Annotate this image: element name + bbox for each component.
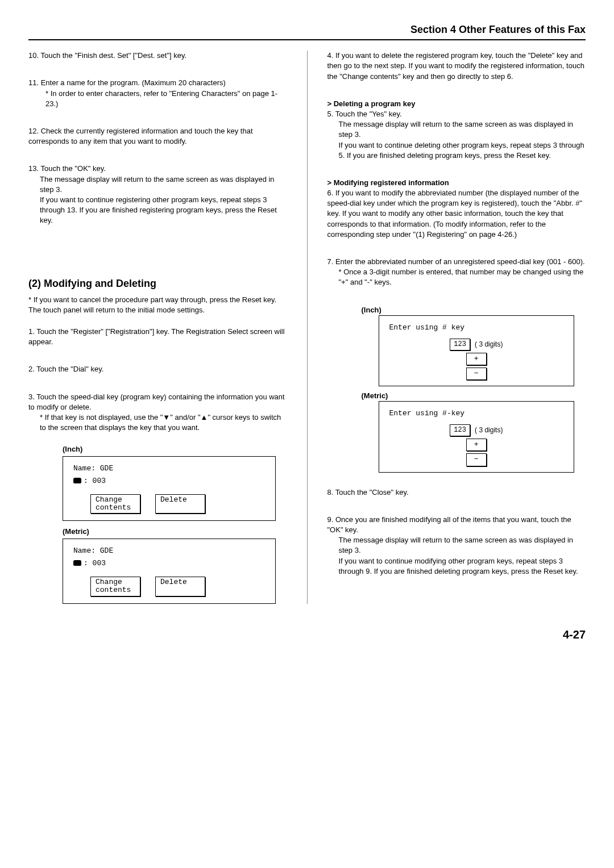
- number-box[interactable]: 123: [450, 424, 470, 436]
- panel2-metric: Enter using #-key 123 ( 3 digits) + −: [379, 401, 575, 472]
- digits-label: ( 3 digits): [475, 425, 503, 435]
- step-9b: The message display will return to the s…: [327, 535, 586, 556]
- mod-step-3a: 3. Touch the speed-dial key (program key…: [28, 392, 287, 412]
- subsection-title: (2) Modifying and Deleting: [28, 277, 287, 291]
- panel-inch: Name: GDE : 003 Change contents Delete: [63, 456, 276, 521]
- panel2-inch: Enter using # key 123 ( 3 digits) + −: [379, 315, 575, 386]
- page-number: 4-27: [28, 627, 586, 642]
- panel-name: Name: GDE: [73, 464, 265, 474]
- panel2-line-metric: Enter using #-key: [389, 408, 564, 419]
- minus-button[interactable]: −: [466, 453, 487, 466]
- subsection-note: * If you want to cancel the procedure pa…: [28, 295, 287, 315]
- step-10: 10. Touch the "Finish dest. Set" ["Dest.…: [28, 51, 287, 61]
- step-6: 6. If you want to modify the abbreviated…: [327, 188, 586, 240]
- step-5c: If you want to continue deleting other p…: [327, 140, 586, 161]
- plus-button[interactable]: +: [466, 439, 487, 451]
- panel-tel-text: : 003: [84, 477, 106, 485]
- phone-icon: [73, 560, 81, 566]
- mod-step-1: 1. Touch the "Register" ["Registration"]…: [28, 327, 287, 347]
- step-13: 13. Touch the "OK" key. The message disp…: [28, 164, 287, 226]
- panel-name-m: Name: GDE: [73, 546, 265, 556]
- panel2-metric-label: (Metric): [362, 391, 586, 401]
- digits-label: ( 3 digits): [475, 340, 503, 349]
- change-contents-button[interactable]: Change contents: [90, 494, 140, 514]
- panel-metric: Name: GDE : 003 Change contents Delete: [63, 539, 276, 604]
- step-7b: * Once a 3-digit number is entered, that…: [327, 267, 586, 287]
- mod-step-2: 2. Touch the "Dial" key.: [28, 364, 287, 374]
- column-divider: [307, 51, 308, 603]
- step-11-text: 11. Enter a name for the program. (Maxim…: [28, 78, 287, 88]
- step-11: 11. Enter a name for the program. (Maxim…: [28, 78, 287, 109]
- phone-icon: [73, 478, 81, 483]
- right-column: 4. If you want to delete the registered …: [327, 51, 586, 603]
- modifying-block: > Modifying registered information 6. If…: [327, 178, 586, 240]
- step-12: 12. Check the currently registered infor…: [28, 126, 287, 147]
- step-9c: If you want to continue modifying other …: [327, 556, 586, 577]
- delete-button[interactable]: Delete: [155, 577, 205, 596]
- change-contents-button[interactable]: Change contents: [90, 577, 140, 596]
- mod-step-3b: * If that key is not displayed, use the …: [28, 412, 287, 433]
- left-column: 10. Touch the "Finish dest. Set" ["Dest.…: [28, 51, 287, 603]
- deleting-block: > Deleting a program key 5. Touch the "Y…: [327, 99, 586, 161]
- step-7: 7. Enter the abbreviated number of an un…: [327, 257, 586, 288]
- plus-button[interactable]: +: [466, 353, 487, 365]
- step-7a: 7. Enter the abbreviated number of an un…: [327, 257, 586, 267]
- step-5b: The message display will return to the s…: [327, 119, 586, 140]
- section-header: Section 4 Other Features of this Fax: [28, 23, 586, 40]
- panel-metric-label: (Metric): [63, 527, 287, 537]
- step-9a: 9. Once you are finished modifying all o…: [327, 515, 586, 535]
- delete-button[interactable]: Delete: [155, 494, 205, 514]
- number-box[interactable]: 123: [450, 339, 470, 350]
- minus-button[interactable]: −: [466, 368, 487, 380]
- panel2-line-inch: Enter using # key: [389, 323, 564, 333]
- deleting-head: > Deleting a program key: [327, 99, 586, 109]
- step-8: 8. Touch the "Close" key.: [327, 487, 586, 498]
- step-9: 9. Once you are finished modifying all o…: [327, 515, 586, 577]
- panel-inch-label: (Inch): [63, 444, 287, 454]
- panel-tel-m: : 003: [73, 558, 265, 569]
- panel-tel: : 003: [73, 476, 265, 486]
- panel-tel-text-m: : 003: [84, 559, 106, 567]
- step-4: 4. If you want to delete the registered …: [327, 51, 586, 82]
- step-13c: If you want to continue registering othe…: [28, 195, 287, 226]
- step-5a: 5. Touch the "Yes" key.: [327, 109, 586, 119]
- step-13b: The message display will return to the s…: [28, 174, 287, 195]
- modifying-head: > Modifying registered information: [327, 178, 586, 188]
- panel2-inch-label: (Inch): [362, 305, 586, 315]
- step-11-note: * In order to enter characters, refer to…: [28, 89, 287, 109]
- mod-step-3: 3. Touch the speed-dial key (program key…: [28, 392, 287, 433]
- step-13a: 13. Touch the "OK" key.: [28, 164, 287, 174]
- two-column-layout: 10. Touch the "Finish dest. Set" ["Dest.…: [28, 51, 586, 603]
